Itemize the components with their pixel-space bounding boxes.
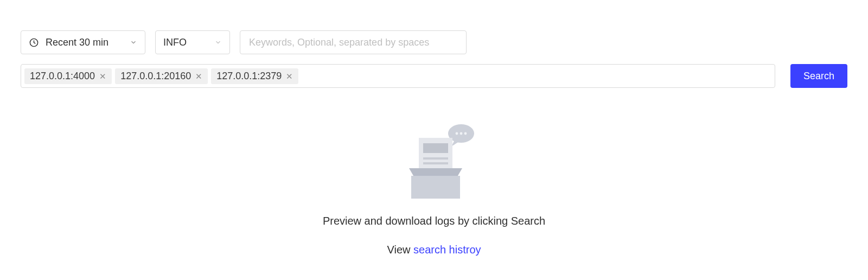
log-level-select[interactable]: INFO (155, 30, 230, 54)
instances-tags-area[interactable]: 127.0.0.1:4000 ✕ 127.0.0.1:20160 ✕ 127.0… (21, 64, 775, 88)
keywords-input[interactable] (248, 36, 458, 49)
svg-rect-8 (423, 162, 448, 164)
svg-point-4 (464, 132, 467, 135)
instance-tag: 127.0.0.1:4000 ✕ (24, 68, 112, 84)
time-range-label: Recent 30 min (46, 37, 123, 48)
instance-tag-label: 127.0.0.1:4000 (30, 71, 95, 82)
history-prefix: View (387, 244, 413, 256)
chevron-down-icon (214, 39, 222, 46)
time-range-select[interactable]: Recent 30 min (21, 30, 145, 54)
keywords-input-wrapper (240, 30, 467, 54)
instance-tag-label: 127.0.0.1:2379 (216, 71, 282, 82)
close-icon[interactable]: ✕ (99, 72, 106, 80)
empty-illustration-icon (391, 122, 477, 205)
history-line: View search histroy (21, 244, 847, 256)
log-level-label: INFO (163, 37, 187, 48)
search-history-link[interactable]: search histroy (413, 244, 481, 256)
filter-row: Recent 30 min INFO (21, 30, 847, 54)
instance-tag-label: 127.0.0.1:20160 (120, 71, 191, 82)
svg-rect-9 (411, 176, 460, 199)
svg-point-3 (460, 132, 463, 135)
search-button[interactable]: Search (790, 64, 847, 88)
svg-rect-6 (423, 143, 448, 153)
instance-tag: 127.0.0.1:20160 ✕ (115, 68, 208, 84)
empty-state: Preview and download logs by clicking Se… (21, 122, 847, 256)
svg-rect-7 (423, 157, 448, 160)
chevron-down-icon (130, 39, 137, 46)
empty-state-message: Preview and download logs by clicking Se… (21, 215, 847, 227)
instance-tag: 127.0.0.1:2379 ✕ (211, 68, 298, 84)
svg-point-2 (456, 132, 458, 135)
clock-icon (29, 37, 39, 48)
close-icon[interactable]: ✕ (286, 72, 293, 80)
close-icon[interactable]: ✕ (195, 72, 202, 80)
instances-row: 127.0.0.1:4000 ✕ 127.0.0.1:20160 ✕ 127.0… (21, 64, 847, 88)
